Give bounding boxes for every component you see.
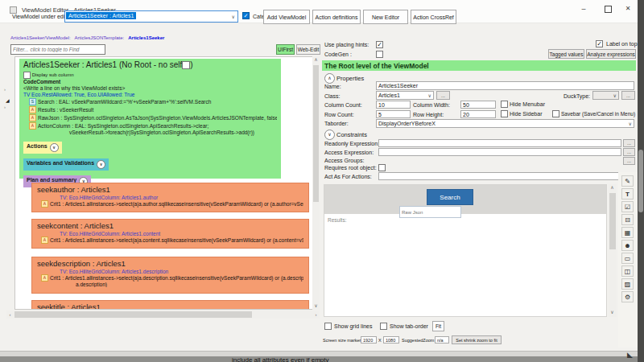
tree-horizontal-scrollbar[interactable]: ‹ ›	[6, 311, 320, 319]
add-viewmodel-button[interactable]: Add ViewModel	[263, 10, 310, 24]
seekdescription-node[interactable]: seekdescription : Articles1 TV: Eco.Hili…	[31, 257, 309, 294]
action-crossref-button[interactable]: Action CrossRef	[411, 10, 456, 24]
splitter-chevron-icon[interactable]: ›	[4, 87, 6, 92]
button-control-icon[interactable]: ▭	[621, 253, 634, 264]
filter-input[interactable]	[10, 44, 105, 55]
act-as-input[interactable]	[378, 172, 621, 180]
actions-section[interactable]: Actions∨	[23, 142, 62, 154]
breadcrumb-link-viewmodel[interactable]: Articles1Seeker/ViewModel:	[10, 35, 71, 40]
scrollbar-thumb[interactable]	[14, 311, 252, 318]
seektitle-node[interactable]: seektitle : Articles1	[31, 300, 309, 310]
column-count-input[interactable]	[376, 101, 411, 109]
preview-rawjson-input[interactable]	[399, 206, 461, 218]
combobox-control-icon[interactable]: ⊟	[621, 214, 634, 225]
name-input[interactable]	[376, 81, 634, 90]
maximize-button[interactable]	[597, 2, 618, 16]
seekauthor-node[interactable]: seekauthor : Articles1 TV: Eco.HiliteGri…	[31, 183, 309, 212]
root-viewmodel-node[interactable]: Articles1Seeker : Articles1 (No Root - n…	[19, 59, 281, 179]
row-height-input[interactable]	[460, 110, 496, 118]
scroll-left-icon[interactable]: ‹	[6, 311, 14, 319]
tree-vertical-scrollbar[interactable]: ∧ ∨	[312, 56, 320, 310]
access-expression-picker[interactable]: ...	[623, 148, 635, 156]
no-self-checkbox[interactable]	[182, 61, 190, 69]
column-count-label: Column Count:	[324, 102, 362, 108]
close-button[interactable]: ✕	[618, 2, 638, 16]
readonly-expression-picker[interactable]: ...	[623, 139, 635, 147]
scroll-down-icon[interactable]: ∨	[609, 309, 616, 316]
scroll-right-icon[interactable]: ›	[312, 311, 320, 319]
tagged-values-line: TV Eco.RestAllowed: True, Eco.UIAllowed:…	[23, 92, 277, 98]
ducktype-combo[interactable]	[592, 91, 619, 100]
checkbox-control-icon[interactable]: ☑	[621, 201, 634, 212]
tree-item-search[interactable]: SSearch : EAL: vSeekParamWildcard:='%'+v…	[29, 98, 277, 106]
display-sub-column-checkbox[interactable]	[23, 72, 31, 79]
use-placing-hints-checkbox[interactable]	[376, 41, 383, 48]
edit-control-icon[interactable]: ✎	[621, 175, 634, 187]
image-person-control-icon[interactable]: ☻	[621, 240, 634, 251]
screen-height-input[interactable]	[383, 336, 399, 343]
hide-sidebar-checkbox[interactable]	[501, 110, 508, 117]
screen-width-input[interactable]	[361, 336, 377, 343]
scroll-up-icon[interactable]: ∧	[312, 56, 320, 64]
suggested-zoom-input[interactable]	[435, 336, 449, 343]
action-definitions-button[interactable]: Action definitions	[312, 10, 361, 24]
column-width-input[interactable]	[460, 101, 496, 109]
datepicker-control-icon[interactable]: ▦	[621, 227, 634, 238]
breadcrumb-link-jsontemplate[interactable]: ArticlesJSONTemplate:	[75, 35, 125, 40]
show-grid-lines-checkbox[interactable]	[324, 323, 332, 330]
scrollbar-thumb[interactable]	[609, 193, 616, 249]
text-label-control-icon[interactable]: T	[621, 188, 634, 200]
taborder-combo[interactable]: DisplayOrderYBeforeX	[376, 119, 634, 128]
scroll-down-icon[interactable]: ∨	[312, 302, 320, 310]
class-picker-button[interactable]: ...	[436, 91, 450, 100]
preview-vertical-scrollbar[interactable]: ∧ ∨	[609, 184, 617, 317]
access-groups-picker[interactable]: ...	[623, 157, 635, 165]
requires-root-checkbox[interactable]	[378, 164, 386, 171]
hide-menubar-checkbox[interactable]	[501, 101, 508, 108]
access-expression-input[interactable]	[378, 148, 621, 156]
fit-button[interactable]: Fit	[432, 321, 444, 331]
panel-control-icon[interactable]: ◫	[621, 265, 634, 277]
properties-expander[interactable]: ∧	[324, 73, 335, 84]
breadcrumb-link-current[interactable]: Articles1Seeker	[128, 35, 164, 40]
webedit-button[interactable]: Web-Edit	[296, 44, 320, 55]
splitter-chevron-icon[interactable]: ›	[4, 105, 6, 109]
viewmodel-combo-value: Articles1Seeker : Articles1	[66, 12, 136, 19]
chevron-down-icon[interactable]: ∨	[97, 160, 105, 169]
readonly-expression-input[interactable]	[378, 139, 621, 147]
viewmodel-combo[interactable]: Articles1Seeker : Articles1 ∨	[64, 10, 238, 23]
minimize-button[interactable]: –	[573, 2, 594, 16]
grid-settings-control-icon[interactable]: ⚙	[621, 291, 634, 302]
codegen-checkbox[interactable]	[376, 51, 383, 58]
preview-search-button[interactable]: Search	[427, 189, 473, 205]
splitter-collapse-icon[interactable]: ◢	[6, 97, 10, 103]
tagged-values-button[interactable]: Tagged values	[548, 49, 584, 59]
seek-node-crit: ACrit1 : Articles1.allinstances->select(…	[41, 237, 303, 244]
savebar-checkbox[interactable]	[552, 110, 559, 117]
tree-item-rawjson[interactable]: ARawJson : SysSingleton.oclSingleton.AsT…	[29, 114, 277, 122]
show-tab-order-checkbox[interactable]	[380, 323, 387, 330]
row-count-input[interactable]	[376, 110, 411, 118]
image-control-icon[interactable]: ▨	[621, 278, 634, 290]
uifirst-button[interactable]: UIFirst	[276, 44, 295, 55]
label-on-top-checkbox[interactable]	[596, 40, 603, 47]
scroll-up-icon[interactable]: ∧	[609, 184, 616, 191]
seek-node-title: seekcontent : Articles1	[37, 221, 303, 231]
chevron-down-icon[interactable]: ∨	[232, 14, 235, 19]
edge-scrollbar-thumb[interactable]	[638, 150, 643, 212]
tree-item-results[interactable]: AResults : vSeekerResult	[29, 106, 277, 114]
properties-label: Properties	[336, 75, 364, 82]
constraints-expander[interactable]: ∨	[324, 130, 335, 140]
chevron-down-icon[interactable]: ∨	[50, 143, 59, 152]
new-editor-button[interactable]: New Editor	[363, 10, 408, 24]
maximize-icon	[605, 6, 612, 13]
variables-validations-section[interactable]: Variables and Validations∨	[23, 158, 109, 171]
seekcontent-node[interactable]: seekcontent : Articles1 TV: Eco.HiliteGr…	[31, 219, 309, 249]
categ-checkbox[interactable]	[242, 12, 250, 19]
tree-item-actioncolumn[interactable]: AActionColumn : EAL: SysSingleton.oclSin…	[29, 122, 277, 138]
ducktype-picker-button[interactable]: ...	[621, 91, 635, 100]
scrollbar-thumb[interactable]	[313, 65, 319, 202]
analyze-expressions-button[interactable]: Analyze expressions	[586, 49, 636, 59]
class-combo[interactable]: Articles1	[376, 91, 434, 100]
set-shrink-zoom-button[interactable]: Set shrink zoom to fit	[452, 335, 502, 344]
